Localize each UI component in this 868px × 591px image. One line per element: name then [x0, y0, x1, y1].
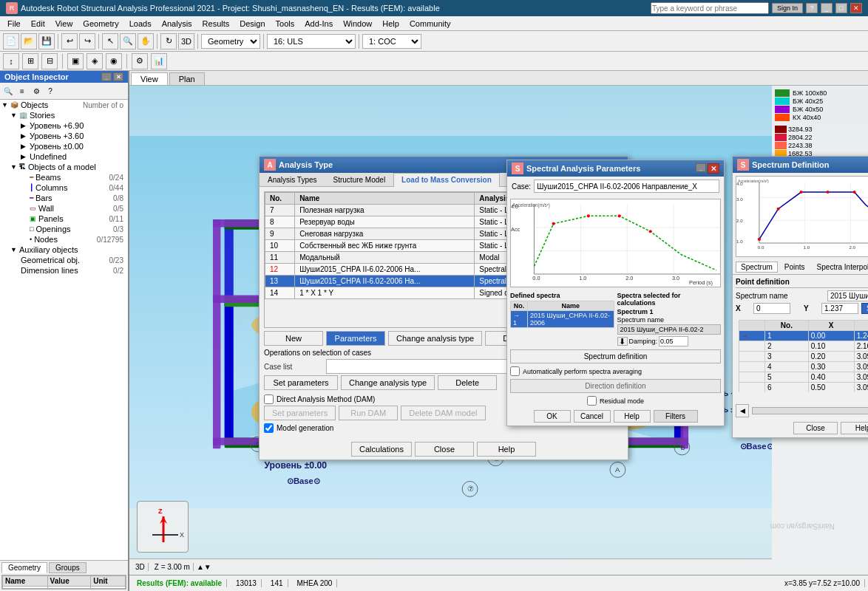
help-btn[interactable]: ? [806, 3, 818, 13]
auto-spectra-check[interactable] [510, 366, 520, 376]
spec-tab-interpolation[interactable]: Spectra Interpolation [812, 262, 868, 273]
dir-def-btn[interactable]: Direction definition [510, 379, 721, 393]
spectrum-data-row-1[interactable]: →10.001.24 [739, 331, 869, 341]
expand-undefined-icon[interactable]: ▶ [21, 153, 30, 160]
maximize-btn[interactable]: □ [835, 3, 847, 13]
tree-objects-header[interactable]: ▼ 📦 Objects Number of o [0, 100, 128, 110]
z-arrows[interactable]: ▲▼ [197, 563, 211, 571]
tree-undefined[interactable]: ▶ Undefined [0, 151, 128, 162]
expand-stories-icon[interactable]: ▼ [10, 112, 19, 119]
residual-check[interactable] [587, 396, 597, 406]
tab-load-mass[interactable]: Load to Mass Conversion [393, 173, 500, 187]
help-btn-analysis[interactable]: Help [477, 442, 536, 457]
oi-search[interactable]: 🔍 [1, 84, 15, 98]
expand-auxiliary-icon[interactable]: ▼ [10, 246, 19, 253]
tab-plan[interactable]: Plan [169, 72, 205, 85]
dam-checkbox[interactable] [264, 394, 274, 404]
tb-s2-1[interactable]: ↕ [3, 53, 19, 69]
tree-objects-model[interactable]: ▼ 🏗 Objects of a model [0, 162, 128, 172]
change-btn[interactable]: Change analysis type [388, 331, 482, 346]
menu-edit[interactable]: Edit [27, 18, 50, 30]
panel-minimize-btn[interactable]: _ [101, 72, 112, 81]
tree-panels[interactable]: ▣ Panels 0/11 [0, 213, 128, 224]
case-value-field[interactable] [534, 180, 719, 193]
tb-s2-8[interactable]: 📊 [151, 53, 167, 69]
spectrum-data-row-5[interactable]: 50.403.09 [739, 372, 869, 383]
change-type-btn[interactable]: Change analysis type [341, 375, 435, 390]
tb-new[interactable]: 📄 [3, 33, 19, 49]
delete-dam-btn[interactable]: Delete DAM model [401, 406, 485, 420]
tree-stories[interactable]: ▼ 🏢 Stories [0, 110, 128, 120]
spectrum-name-input[interactable] [827, 290, 868, 301]
help-btn-spectral[interactable]: Help [614, 410, 651, 423]
spectrum-data-row-2[interactable]: 20.102.16 [739, 341, 869, 352]
tab-structure-model[interactable]: Structure Model [325, 173, 394, 186]
filters-btn[interactable]: Filters [654, 410, 698, 423]
menu-file[interactable]: File [3, 18, 25, 30]
geometry-dropdown[interactable]: Geometry [201, 34, 260, 49]
menu-tools[interactable]: Tools [271, 18, 299, 30]
set-params-btn[interactable]: Set parameters [264, 375, 338, 390]
menu-help[interactable]: Help [378, 18, 404, 30]
run-dam-btn[interactable]: Run DAM [339, 406, 398, 420]
spectrum-data-row-4[interactable]: 40.303.09 [739, 362, 869, 372]
tb-s2-2[interactable]: ⊞ [22, 53, 38, 69]
model-gen-checkbox[interactable] [264, 423, 274, 433]
tb-undo[interactable]: ↩ [61, 33, 78, 49]
spec-tab-spectrum[interactable]: Spectrum [736, 262, 778, 273]
close-btn[interactable]: ✕ [850, 3, 862, 13]
help-btn-spectrum[interactable]: Help [841, 422, 868, 434]
menu-addins[interactable]: Add-Ins [300, 18, 337, 30]
menu-analysis[interactable]: Analysis [157, 18, 197, 30]
oi-help[interactable]: ? [44, 84, 57, 98]
menu-results[interactable]: Results [198, 18, 234, 30]
tab-view[interactable]: View [131, 72, 168, 85]
tree-walls[interactable]: ▭ Wall 0/5 [0, 203, 128, 213]
tb-3d[interactable]: 3D [178, 33, 194, 49]
tb-s2-6[interactable]: ◉ [106, 53, 122, 69]
tree-openings[interactable]: □ Openings 0/3 [0, 224, 128, 234]
sign-in-btn[interactable]: Sign In [772, 3, 803, 13]
menu-community[interactable]: Community [405, 18, 455, 30]
search-input[interactable] [651, 2, 769, 14]
tree-level-690[interactable]: ▶ Уровень +6.90 [0, 120, 128, 131]
tb-s2-4[interactable]: ▣ [67, 53, 84, 69]
menu-geometry[interactable]: Geometry [78, 18, 123, 30]
tb-s2-3[interactable]: ⊟ [41, 53, 58, 69]
tb-zoom[interactable]: 🔍 [120, 33, 136, 49]
x-input[interactable] [753, 303, 790, 314]
expand-model-icon[interactable]: ▼ [10, 163, 19, 171]
tree-auxiliary[interactable]: ▼ Auxiliary objects [0, 245, 128, 255]
nav-left[interactable]: ◀ [736, 404, 749, 417]
minimize-btn[interactable]: _ [821, 3, 833, 13]
tree-columns[interactable]: ┃ Columns 0/44 [0, 182, 128, 193]
tree-bars[interactable]: ━ Bars 0/8 [0, 193, 128, 203]
new-btn[interactable]: New [264, 331, 323, 346]
delete-btn-2[interactable]: Delete [438, 375, 497, 390]
spectrum-data-row-3[interactable]: 30.203.09 [739, 352, 869, 362]
tab-geometry[interactable]: Geometry [1, 562, 47, 573]
spectra-move-btn[interactable]: ⬇ [617, 337, 628, 346]
damping-input[interactable] [659, 336, 688, 346]
tb-s2-5[interactable]: ◈ [87, 53, 103, 69]
tree-dim-lines[interactable]: Dimension lines 0/2 [0, 265, 128, 276]
spectra-row-1[interactable]: → 1 2015 Шуши_СНРА II-6.02-2006 [511, 311, 614, 328]
tb-pan[interactable]: ✋ [138, 33, 154, 49]
spectral-minimize[interactable]: _ [696, 163, 706, 172]
tb-rotate[interactable]: ↻ [160, 33, 177, 49]
tree-nodes[interactable]: • Nodes 0/12795 [0, 234, 128, 245]
expand-690-icon[interactable]: ▶ [21, 122, 30, 129]
expand-000-icon[interactable]: ▶ [21, 143, 30, 150]
expand-360-icon[interactable]: ▶ [21, 132, 30, 140]
tb-open[interactable]: 📂 [21, 33, 37, 49]
spectral-close[interactable]: ✕ [708, 163, 719, 174]
ok-btn[interactable]: OK [534, 410, 571, 423]
load-combo[interactable]: 16: ULS [267, 34, 356, 49]
tb-s2-7[interactable]: ⚙ [132, 53, 148, 69]
tree-beams[interactable]: ━ Beams 0/24 [0, 172, 128, 182]
tb-save[interactable]: 💾 [38, 33, 55, 49]
menu-window[interactable]: Window [339, 18, 376, 30]
tree-level-360[interactable]: ▶ Уровень +3.60 [0, 131, 128, 141]
close-btn-spectrum[interactable]: Close [793, 422, 838, 434]
menu-loads[interactable]: Loads [125, 18, 156, 30]
